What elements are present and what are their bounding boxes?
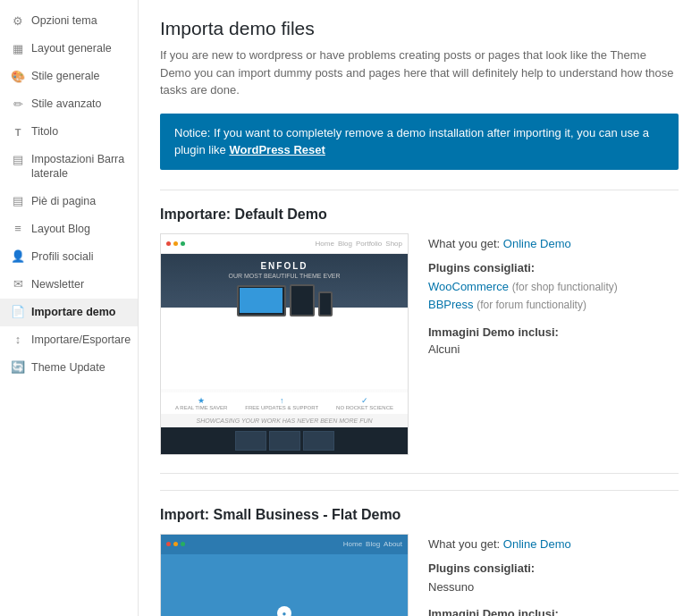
sidebar-item-stile-avanzato[interactable]: ✏ Stile avanzato: [0, 90, 138, 118]
biz-nav: Home Blog About: [343, 540, 402, 548]
sidebar-icon: ▤: [11, 153, 25, 167]
sidebar-item-label: Stile avanzato: [31, 97, 129, 111]
sidebar-item-label: Titolo: [31, 124, 129, 139]
sidebar-item-label: Layout generale: [31, 41, 129, 55]
sidebar-item-impostazioni-barra[interactable]: ▤ Impostazioni Barra laterale: [0, 146, 138, 188]
mail-icon: ✉: [11, 278, 25, 292]
online-demo-link[interactable]: Online Demo: [503, 237, 571, 250]
small-device: [303, 431, 334, 451]
what-you-get-label: What you get:: [428, 237, 500, 250]
plugins-row: Plugins consigliati: WooCommerce (for sh…: [428, 261, 679, 316]
plugin-woocommerce: WooCommerce (for shop functionality): [428, 278, 679, 297]
sidebar-item-pie-di-pagina[interactable]: ▤ Piè di pagina: [0, 188, 138, 215]
mockup-devices: [237, 284, 333, 316]
demo-section-business: Import: Small Business - Flat Demo Home …: [160, 490, 679, 617]
sidebar-item-label: Importare/Esportare: [31, 333, 131, 347]
what-you-get-row: What you get: Online Demo: [428, 237, 679, 250]
page-description: If you are new to wordpress or have prob…: [160, 46, 679, 99]
sidebar-item-label: Theme Update: [31, 360, 129, 375]
pencil-icon: ✏: [11, 97, 25, 112]
demo-devices-row: [161, 427, 408, 454]
sidebar-item-opzioni-tema[interactable]: ⚙ Opzioni tema: [0, 7, 138, 35]
demo-section-default: Importare: Default Demo Home Blog Portfo…: [160, 190, 679, 455]
sidebar-item-importare-demo[interactable]: 📄 Importare demo: [0, 299, 138, 326]
blog-icon: ≡: [11, 223, 25, 237]
feature-icon: ✓: [336, 396, 393, 405]
demo-info-business: What you get: Online Demo Plugins consig…: [428, 534, 679, 617]
feature-icon: ★: [175, 396, 227, 405]
sidebar-item-label: Stile generale: [31, 69, 129, 83]
woocommerce-link[interactable]: WooCommerce: [428, 280, 509, 293]
sidebar-item-layout-generale[interactable]: ▦ Layout generale: [0, 35, 138, 63]
demo-body: ENFOLD OUR MOST BEAUTIFUL THEME EVER: [161, 254, 408, 389]
sidebar-item-profili-sociali[interactable]: 👤 Profili sociali: [0, 243, 138, 271]
sidebar-item-label: Opzioni tema: [31, 13, 129, 28]
demo-content-business: Home Blog About ● HOWDY GUYS! My name is…: [160, 534, 679, 617]
enfold-logo: ENFOLD: [260, 261, 308, 271]
page-title: Importa demo files: [160, 18, 679, 39]
sidebar-item-label: Profili sociali: [31, 249, 129, 264]
sidebar-item-stile-generale[interactable]: 🎨 Stile generale: [0, 63, 138, 90]
close-dot: [166, 241, 171, 246]
enfold-subtitle: OUR MOST BEAUTIFUL THEME EVER: [228, 273, 340, 279]
images-value: Alcuni: [428, 342, 679, 356]
biz-body: ● HOWDY GUYS! My name is Edward Mize, my…: [161, 554, 408, 617]
import-demo-icon: 📄: [11, 306, 25, 320]
bbpress-note: (for forum functionality): [477, 299, 586, 311]
images-row-2: Immagini Demo inclusi:: [428, 607, 679, 616]
sidebar-item-importare-esportare[interactable]: ↕ Importare/Esportare: [0, 326, 138, 354]
min-dot: [173, 241, 178, 246]
section-divider: [160, 473, 679, 474]
import-export-icon: ↕: [11, 333, 25, 348]
sidebar-item-label: Impostazioni Barra laterale: [31, 152, 129, 181]
plugins-row-2: Plugins consigliati: Nessuno: [428, 561, 679, 597]
plugin-nessuno: Nessuno: [428, 578, 679, 597]
text-icon: T: [11, 125, 25, 139]
phone-device: [318, 291, 333, 316]
demo-features: ★ A REAL TIME SAVER ↑ FREE UPDATES & SUP…: [161, 392, 408, 414]
plugin-bbpress: BBPress (for forum functionality): [428, 296, 679, 315]
browser-header: Home Blog Portfolio Shop: [161, 234, 408, 254]
footer-icon: ▤: [11, 195, 25, 209]
tablet-device: [290, 284, 315, 316]
monitor-screen: [240, 288, 283, 313]
feature-item: ★ A REAL TIME SAVER: [175, 396, 227, 410]
sidebar: ⚙ Opzioni tema ▦ Layout generale 🎨 Stile…: [0, 0, 139, 616]
demo-image-enfold: Home Blog Portfolio Shop ENFOLD OUR MOST…: [160, 233, 409, 455]
palette-icon: 🎨: [11, 70, 25, 84]
plugins-label: Plugins consigliati:: [428, 261, 679, 274]
what-you-get-label-2: What you get:: [428, 537, 500, 551]
sidebar-item-titolo[interactable]: T Titolo: [0, 118, 138, 146]
sidebar-item-newsletter[interactable]: ✉ Newsletter: [0, 271, 138, 299]
online-demo-link-2[interactable]: Online Demo: [503, 537, 571, 551]
small-device: [235, 431, 266, 451]
bbpress-link[interactable]: BBPress: [428, 298, 474, 311]
plugins-label-2: Plugins consigliati:: [428, 561, 679, 575]
sidebar-item-layout-blog[interactable]: ≡ Layout Blog: [0, 215, 138, 243]
sidebar-item-label: Piè di pagina: [31, 194, 129, 208]
images-row: Immagini Demo inclusi: Alcuni: [428, 325, 679, 356]
close-dot: [166, 542, 171, 546]
wordpress-reset-link[interactable]: WordPress Reset: [229, 143, 325, 156]
sidebar-item-label: Newsletter: [31, 277, 129, 291]
refresh-icon: 🔄: [11, 361, 25, 376]
small-device: [269, 431, 300, 451]
biz-logo-icon: ●: [277, 606, 291, 616]
demo-info-default: What you get: Online Demo Plugins consig…: [428, 233, 679, 455]
feature-item: ↑ FREE UPDATES & SUPPORT: [245, 396, 318, 410]
sidebar-item-label: Layout Blog: [31, 222, 129, 236]
browser-nav: Home Blog Portfolio Shop: [316, 240, 402, 248]
gear-icon: ⚙: [11, 14, 25, 29]
demo-title-business: Import: Small Business - Flat Demo: [160, 507, 679, 523]
main-content: Importa demo files If you are new to wor…: [139, 0, 700, 616]
max-dot: [181, 241, 185, 246]
demo-image-business: Home Blog About ● HOWDY GUYS! My name is…: [160, 534, 409, 617]
sidebar-item-theme-update[interactable]: 🔄 Theme Update: [0, 354, 138, 382]
demo-content-default: Home Blog Portfolio Shop ENFOLD OUR MOST…: [160, 233, 679, 455]
notice-box: Notice: If you want to completely remove…: [160, 114, 679, 170]
browser-header-2: Home Blog About: [161, 535, 408, 554]
demo-bottom-text: SHOWCASING YOUR WORK HAS NEVER BEEN MORE…: [161, 414, 408, 427]
woocommerce-note: (for shop functionality): [512, 281, 618, 293]
min-dot: [173, 542, 178, 546]
user-icon: 👤: [11, 250, 25, 265]
